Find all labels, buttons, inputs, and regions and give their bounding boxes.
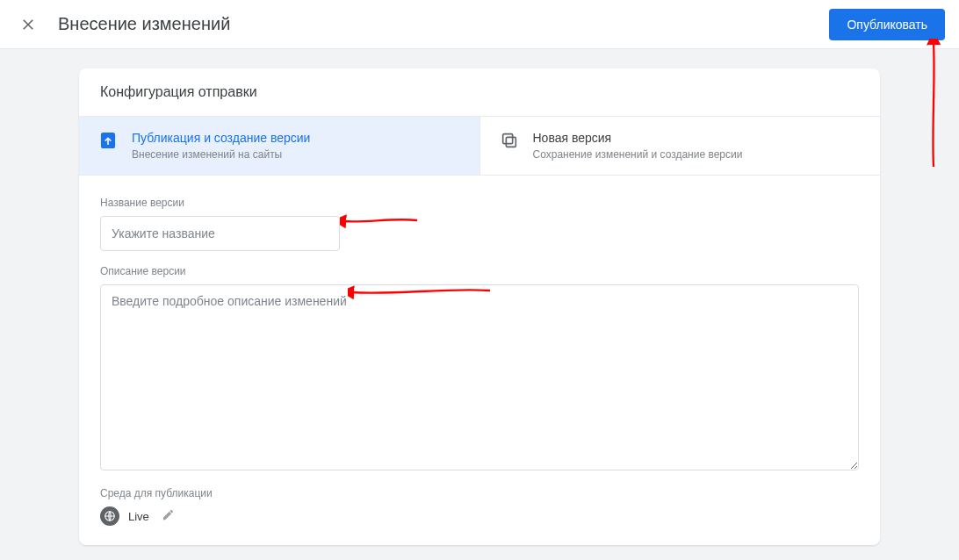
env-label: Среда для публикации [100, 487, 859, 499]
publish-options: Публикация и создание версии Внесение из… [79, 116, 880, 176]
version-name-input[interactable] [100, 216, 340, 251]
publish-button[interactable]: Опубликовать [829, 9, 945, 40]
close-icon [20, 17, 36, 32]
page-title: Внесение изменений [58, 14, 829, 34]
option-publish-and-version[interactable]: Публикация и создание версии Внесение из… [79, 117, 480, 175]
option-new-version[interactable]: Новая версия Сохранение изменений и созд… [480, 117, 881, 175]
version-name-label: Название версии [100, 197, 859, 209]
option-subtitle: Внесение изменений на сайты [132, 147, 310, 162]
env-name: Live [128, 510, 149, 523]
env-row: Live [100, 506, 859, 526]
upload-icon [98, 131, 118, 150]
option-title: Новая версия [533, 129, 743, 147]
version-desc-textarea[interactable] [100, 284, 859, 470]
globe-icon [100, 506, 119, 526]
submit-config-card: Конфигурация отправки Публикация и созда… [79, 68, 880, 545]
option-subtitle: Сохранение изменений и создание версии [533, 147, 743, 162]
card-body: Название версии Описание версии Среда дл… [79, 176, 880, 545]
close-button[interactable] [18, 14, 39, 35]
svg-rect-4 [506, 137, 516, 147]
option-title: Публикация и создание версии [132, 129, 310, 147]
card-header: Конфигурация отправки [79, 68, 880, 116]
svg-rect-5 [502, 134, 512, 144]
edit-env-button[interactable] [162, 508, 175, 524]
version-desc-label: Описание версии [100, 265, 859, 277]
copy-icon [500, 131, 519, 150]
topbar: Внесение изменений Опубликовать [0, 0, 959, 49]
annotation-arrow-publish [925, 39, 942, 169]
pencil-icon [162, 508, 175, 521]
